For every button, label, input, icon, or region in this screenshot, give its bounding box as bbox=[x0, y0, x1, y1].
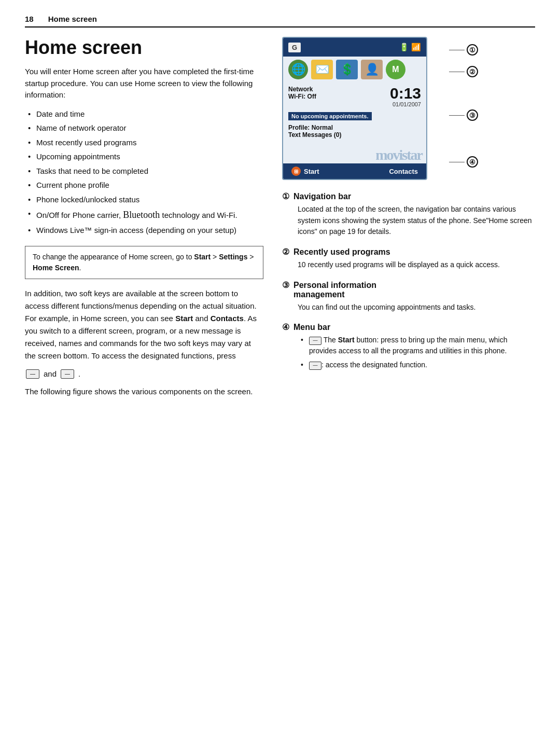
phone-wrapper: G 🔋 📶 🌐 ✉️ 💲 👤 M bbox=[282, 37, 458, 180]
annotation-2: ② Recently used programs 10 recently use… bbox=[282, 247, 535, 271]
list-item: Windows Live™ sign-in access (depending … bbox=[25, 225, 263, 237]
app-icon-user: 👤 bbox=[361, 60, 383, 79]
notice-bold-start: Start bbox=[194, 253, 211, 261]
body-para1: In addition, two soft keys are available… bbox=[25, 287, 263, 362]
app-icon-money: 💲 bbox=[336, 60, 358, 79]
network-label: Network bbox=[288, 86, 316, 93]
phone-menu-bar: ⊞ Start Contacts bbox=[283, 163, 426, 179]
phone-info-left: Network Wi-Fi: Off bbox=[288, 86, 316, 100]
notice-bold-settings: Settings bbox=[219, 253, 247, 261]
marker-4-num: ④ bbox=[467, 156, 478, 168]
annotation-1-label: Navigation bar bbox=[293, 192, 351, 201]
header-title: Home screen bbox=[48, 15, 97, 23]
annotation-3-body: You can find out the upcoming appointmen… bbox=[282, 302, 535, 313]
content-area: Home screen You will enter Home screen a… bbox=[25, 37, 535, 397]
contacts-button: Contacts bbox=[389, 167, 418, 176]
phone-appointment-row: No upcoming appointments. bbox=[283, 109, 426, 122]
phone-nav-bar: G 🔋 📶 bbox=[283, 38, 426, 57]
annotation-3-title: ③ Personal informationmanagement bbox=[282, 280, 535, 299]
list-item: Upcoming appointments bbox=[25, 151, 263, 163]
annotation-1-title: ① Navigation bar bbox=[282, 191, 535, 201]
page-header: 18 Home screen bbox=[25, 15, 535, 27]
final-text: The following figure shows the various c… bbox=[25, 386, 263, 398]
annotation-3-num: ③ bbox=[282, 280, 289, 290]
notice-bold-homescreen: Home Screen bbox=[33, 264, 79, 272]
list-item: Date and time bbox=[25, 108, 263, 120]
feature-list: Date and time Name of network operator M… bbox=[25, 108, 263, 237]
app-icon-browser: 🌐 bbox=[288, 60, 308, 79]
marker-1-dash bbox=[449, 50, 465, 50]
left-column: Home screen You will enter Home screen a… bbox=[25, 37, 263, 397]
menu-item-1: — The Start button: press to bring up th… bbox=[298, 335, 535, 356]
menu-items-list: — The Start button: press to bring up th… bbox=[282, 335, 535, 370]
main-title: Home screen bbox=[25, 37, 263, 59]
page-container: 18 Home screen Home screen You will ente… bbox=[0, 0, 560, 418]
intro-text: You will enter Home screen after you hav… bbox=[25, 66, 263, 101]
start-label: Start bbox=[304, 168, 319, 175]
start-icon: ⊞ bbox=[291, 167, 301, 176]
annotation-2-num: ② bbox=[282, 247, 289, 257]
battery-icon: 🔋 bbox=[399, 43, 409, 52]
phone-middle-section: Profile: Normal Text Messages (0) movist… bbox=[283, 122, 426, 163]
start-button: ⊞ Start bbox=[291, 167, 319, 176]
marker-2-num: ② bbox=[467, 66, 478, 77]
nav-icons: 🔋 📶 bbox=[399, 43, 421, 52]
right-key-icon: — bbox=[61, 369, 74, 379]
notice-text-before: To change the appearance of Home screen,… bbox=[33, 253, 194, 261]
marker-1: ① bbox=[449, 44, 478, 56]
app-icon-email: ✉️ bbox=[311, 60, 333, 79]
wifi-label: Wi-Fi: Off bbox=[288, 93, 316, 100]
annotation-2-label: Recently used programs bbox=[293, 247, 390, 257]
list-item: Current phone profile bbox=[25, 179, 263, 191]
start-key-icon: — bbox=[309, 337, 321, 345]
g-icon: G bbox=[288, 43, 301, 52]
annotation-3: ③ Personal informationmanagement You can… bbox=[282, 280, 535, 313]
marker-2-dash bbox=[449, 72, 465, 72]
marker-4-dash bbox=[449, 162, 465, 162]
annotation-3-label: Personal informationmanagement bbox=[293, 281, 376, 299]
signal-icon: 📶 bbox=[411, 43, 421, 52]
annotation-4-num: ④ bbox=[282, 322, 289, 332]
contacts-label: Contacts bbox=[389, 168, 418, 175]
annotation-4: ④ Menu bar — The Start button: press to … bbox=[282, 322, 535, 370]
list-item: Most recently used programs bbox=[25, 137, 263, 149]
menu-item-2: —: access the designated function. bbox=[298, 360, 535, 370]
marker-3: ③ bbox=[449, 109, 478, 121]
phone-time-block: 0:13 01/01/2007 bbox=[390, 86, 421, 107]
phone-messages: Text Messages (0) bbox=[288, 131, 421, 139]
list-item: Phone locked/unlocked status bbox=[25, 194, 263, 206]
notice-text-after: . bbox=[79, 264, 81, 272]
appointment-text: No upcoming appointments. bbox=[288, 112, 372, 120]
page-number: 18 bbox=[25, 15, 34, 23]
soft-keys-and: and bbox=[44, 369, 57, 378]
notice-box: To change the appearance of Home screen,… bbox=[25, 246, 263, 279]
right-column: G 🔋 📶 🌐 ✉️ 💲 👤 M bbox=[282, 37, 535, 397]
annotation-1-body: Located at the top of the screen, the na… bbox=[282, 204, 535, 238]
notice-sep1: > bbox=[211, 253, 219, 261]
marker-4: ④ bbox=[449, 156, 478, 168]
right-key-icon-2: — bbox=[309, 362, 321, 370]
annotation-1-num: ① bbox=[282, 191, 289, 201]
soft-keys-period: . bbox=[78, 369, 80, 378]
phone-time: 0:13 bbox=[390, 86, 421, 101]
marker-3-num: ③ bbox=[467, 109, 478, 121]
annotation-2-title: ② Recently used programs bbox=[282, 247, 535, 257]
annotation-1: ① Navigation bar Located at the top of t… bbox=[282, 191, 535, 238]
marker-2: ② bbox=[449, 66, 478, 77]
phone-icons-row: 🌐 ✉️ 💲 👤 M bbox=[283, 57, 426, 82]
movistar-icon: M bbox=[386, 60, 405, 79]
phone-info-row: Network Wi-Fi: Off 0:13 01/01/2007 bbox=[283, 82, 426, 109]
list-item: Tasks that need to be completed bbox=[25, 165, 263, 177]
list-item: Name of network operator bbox=[25, 122, 263, 134]
soft-keys-line: — and — . bbox=[25, 369, 263, 379]
phone-profile: Profile: Normal bbox=[288, 124, 421, 131]
annotation-4-title: ④ Menu bar bbox=[282, 322, 535, 332]
phone-mockup: G 🔋 📶 🌐 ✉️ 💲 👤 M bbox=[282, 37, 427, 180]
marker-1-num: ① bbox=[467, 44, 478, 56]
phone-logo-bg: movistar bbox=[375, 147, 422, 163]
left-key-icon: — bbox=[26, 369, 39, 379]
annotation-2-body: 10 recently used programs will be displa… bbox=[282, 259, 535, 271]
marker-3-dash bbox=[449, 115, 465, 116]
annotation-4-label: Menu bar bbox=[293, 323, 330, 332]
list-item: On/Off for Phone carrier, Bluetooth tech… bbox=[25, 208, 263, 222]
